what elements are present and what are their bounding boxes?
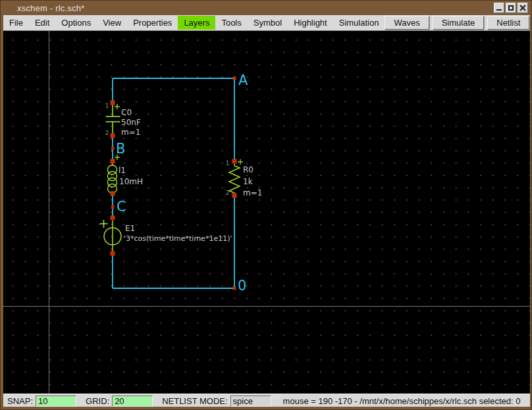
schematic-canvas[interactable]: 1 2 C0 50nF m=1 l1 [3,31,530,394]
menu-layers[interactable]: Layers [178,16,215,30]
grid-input[interactable] [112,396,153,407]
maximize-icon[interactable] [506,3,516,13]
netlist-mode-input[interactable] [230,396,271,407]
capacitor-symbol[interactable]: 1 2 C0 50nF m=1 [105,103,141,137]
source-symbol[interactable]: E1 '3*cos(time*time*time*1e11)' [100,220,232,251]
inductor-body [108,163,117,193]
circuit-drawing: 1 2 C0 50nF m=1 l1 [3,31,530,394]
pin-src-1 [111,216,115,220]
netlist-mode-label: NETLIST MODE: [162,396,227,406]
title-bar: xschem - rlc.sch* [1,1,531,15]
source-ref: E1 [125,224,135,233]
capacitor-pin2-number: 2 [105,130,109,136]
resistor-symbol[interactable]: 1 2 R0 1k m=1 [226,159,262,197]
netlist-button[interactable]: Netlist [487,16,529,30]
menu-tools[interactable]: Tools [215,16,247,30]
source-body [104,220,121,251]
window-controls [494,3,528,13]
xschem-window: xschem - rlc.sch* File Edit Options View… [0,0,532,410]
capacitor-mult: m=1 [121,128,140,137]
net-label-b[interactable]: B [116,141,125,157]
label-c-attach [111,205,115,209]
resistor-pin1-number: 1 [226,161,229,167]
minimize-icon[interactable] [494,3,504,13]
inductor-ref: l1 [119,166,126,175]
pin-cap-2 [111,134,115,138]
menu-symbol[interactable]: Symbol [248,16,288,30]
inductor-value: 10mH [119,177,143,186]
minimize-glyph [496,9,502,11]
pin-ind-2 [111,192,115,196]
capacitor-value: 50nF [121,118,141,127]
window-title: xschem - rlc.sch* [1,3,84,13]
plus-mark-icon [100,220,108,228]
net-label-a[interactable]: A [238,72,248,88]
menu-bar: File Edit Options View Properties Layers… [3,15,530,31]
capacitor-ref: C0 [121,108,132,117]
menu-highlight[interactable]: Highlight [288,16,333,30]
window-frame-bottom [1,407,531,409]
resistor-value: 1k [243,177,253,186]
resistor-mult: m=1 [243,188,262,197]
close-icon[interactable] [518,3,528,13]
resistor-ref: R0 [243,165,253,174]
menu-file[interactable]: File [3,16,29,30]
pin-ind-1 [111,159,115,164]
snap-input[interactable] [36,396,76,407]
label-b-attach [111,147,115,150]
status-bar: SNAP: GRID: NETLIST MODE: mouse = 190 -1… [3,394,530,408]
close-glyph [519,5,526,11]
mouse-status-text: mouse = 190 -170 - /mnt/x/home/schippes/… [283,396,521,406]
net-label-gnd[interactable]: 0 [238,278,246,294]
menu-properties[interactable]: Properties [127,16,178,30]
pin-res-1 [232,159,237,164]
net-label-c[interactable]: C [117,199,126,215]
snap-label: SNAP: [7,396,33,406]
grid-label: GRID: [86,396,109,406]
menu-edit[interactable]: Edit [29,16,55,30]
label-a-attach [233,77,236,80]
maximize-glyph [508,5,514,11]
label-0-attach [233,287,236,290]
menu-options[interactable]: Options [55,16,97,30]
menu-simulation[interactable]: Simulation [333,16,385,30]
pin-res-2 [232,193,237,198]
source-value: '3*cos(time*time*time*1e11)' [124,234,232,243]
waves-button[interactable]: Waves [385,16,429,30]
capacitor-pin1-number: 1 [105,103,109,109]
pin-cap-1 [111,101,115,105]
plus-mark-icon [238,159,243,165]
resistor-body [229,164,240,194]
menu-view[interactable]: View [97,16,127,30]
simulate-button[interactable]: Simulate [433,16,485,30]
resistor-pin2-number: 2 [226,190,229,196]
pin-src-2 [111,251,115,256]
plus-mark-icon [115,104,120,109]
